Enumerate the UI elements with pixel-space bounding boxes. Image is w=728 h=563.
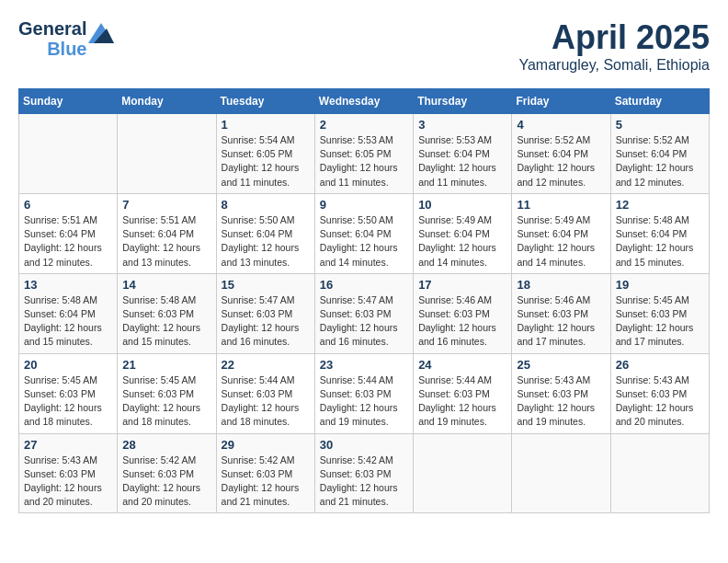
- location-title: Yamarugley, Somali, Ethiopia: [518, 57, 710, 74]
- day-number: 21: [122, 358, 210, 372]
- day-info: Sunrise: 5:43 AM Sunset: 6:03 PM Dayligh…: [616, 373, 704, 430]
- calendar-cell: [118, 114, 216, 194]
- header-day-sunday: Sunday: [19, 89, 118, 114]
- calendar-cell: 6Sunrise: 5:51 AM Sunset: 6:04 PM Daylig…: [19, 193, 118, 273]
- calendar-cell: [610, 433, 709, 513]
- calendar-cell: 1Sunrise: 5:54 AM Sunset: 6:05 PM Daylig…: [216, 114, 314, 194]
- day-number: 6: [24, 198, 112, 212]
- calendar-cell: 23Sunrise: 5:44 AM Sunset: 6:03 PM Dayli…: [314, 353, 413, 433]
- calendar-cell: 24Sunrise: 5:44 AM Sunset: 6:03 PM Dayli…: [414, 353, 512, 433]
- month-title: April 2025: [518, 18, 710, 57]
- calendar-week-1: 1Sunrise: 5:54 AM Sunset: 6:05 PM Daylig…: [19, 114, 710, 194]
- day-number: 20: [24, 358, 112, 372]
- calendar-cell: 17Sunrise: 5:46 AM Sunset: 6:03 PM Dayli…: [414, 273, 512, 353]
- calendar-cell: [19, 114, 118, 194]
- page-header: General Blue April 2025 Yamarugley, Soma…: [18, 18, 710, 74]
- day-number: 10: [418, 198, 506, 212]
- day-info: Sunrise: 5:51 AM Sunset: 6:04 PM Dayligh…: [122, 213, 210, 270]
- calendar-week-2: 6Sunrise: 5:51 AM Sunset: 6:04 PM Daylig…: [19, 193, 710, 273]
- day-info: Sunrise: 5:53 AM Sunset: 6:04 PM Dayligh…: [418, 133, 506, 190]
- day-info: Sunrise: 5:43 AM Sunset: 6:03 PM Dayligh…: [517, 373, 605, 430]
- day-number: 29: [222, 438, 310, 452]
- day-info: Sunrise: 5:42 AM Sunset: 6:03 PM Dayligh…: [222, 454, 310, 510]
- calendar-cell: [512, 433, 610, 513]
- day-number: 19: [616, 278, 704, 292]
- day-info: Sunrise: 5:44 AM Sunset: 6:03 PM Dayligh…: [222, 373, 310, 430]
- day-number: 5: [616, 118, 704, 132]
- day-number: 12: [616, 198, 704, 212]
- day-number: 24: [418, 358, 506, 372]
- day-info: Sunrise: 5:49 AM Sunset: 6:04 PM Dayligh…: [517, 213, 605, 270]
- day-number: 27: [24, 438, 112, 452]
- calendar-cell: 18Sunrise: 5:46 AM Sunset: 6:03 PM Dayli…: [512, 273, 610, 353]
- day-number: 25: [517, 358, 605, 372]
- calendar-cell: 29Sunrise: 5:42 AM Sunset: 6:03 PM Dayli…: [216, 433, 314, 513]
- calendar-cell: 7Sunrise: 5:51 AM Sunset: 6:04 PM Daylig…: [118, 193, 216, 273]
- calendar-week-3: 13Sunrise: 5:48 AM Sunset: 6:04 PM Dayli…: [19, 273, 710, 353]
- calendar-cell: 27Sunrise: 5:43 AM Sunset: 6:03 PM Dayli…: [19, 433, 118, 513]
- day-number: 7: [122, 198, 210, 212]
- day-number: 23: [320, 358, 408, 372]
- day-info: Sunrise: 5:47 AM Sunset: 6:03 PM Dayligh…: [320, 293, 408, 350]
- day-number: 15: [222, 278, 310, 292]
- calendar-cell: 9Sunrise: 5:50 AM Sunset: 6:04 PM Daylig…: [314, 193, 413, 273]
- day-info: Sunrise: 5:50 AM Sunset: 6:04 PM Dayligh…: [320, 213, 408, 270]
- calendar-cell: 28Sunrise: 5:42 AM Sunset: 6:03 PM Dayli…: [118, 433, 216, 513]
- day-number: 30: [320, 438, 408, 452]
- logo-blue: Blue: [47, 39, 86, 59]
- day-number: 4: [517, 118, 605, 132]
- day-info: Sunrise: 5:44 AM Sunset: 6:03 PM Dayligh…: [418, 373, 506, 430]
- day-number: 9: [320, 198, 408, 212]
- day-info: Sunrise: 5:51 AM Sunset: 6:04 PM Dayligh…: [24, 213, 112, 270]
- calendar-body: 1Sunrise: 5:54 AM Sunset: 6:05 PM Daylig…: [19, 114, 710, 513]
- day-info: Sunrise: 5:46 AM Sunset: 6:03 PM Dayligh…: [517, 293, 605, 350]
- day-info: Sunrise: 5:46 AM Sunset: 6:03 PM Dayligh…: [418, 293, 506, 350]
- day-number: 26: [616, 358, 704, 372]
- day-info: Sunrise: 5:48 AM Sunset: 6:03 PM Dayligh…: [122, 293, 210, 350]
- calendar-cell: 2Sunrise: 5:53 AM Sunset: 6:05 PM Daylig…: [314, 114, 413, 194]
- calendar-cell: 8Sunrise: 5:50 AM Sunset: 6:04 PM Daylig…: [216, 193, 314, 273]
- day-number: 2: [320, 118, 408, 132]
- day-info: Sunrise: 5:45 AM Sunset: 6:03 PM Dayligh…: [616, 293, 704, 350]
- calendar-table: SundayMondayTuesdayWednesdayThursdayFrid…: [18, 88, 710, 513]
- day-number: 17: [418, 278, 506, 292]
- logo-icon: [88, 23, 114, 47]
- day-info: Sunrise: 5:49 AM Sunset: 6:04 PM Dayligh…: [418, 213, 506, 270]
- calendar-cell: 25Sunrise: 5:43 AM Sunset: 6:03 PM Dayli…: [512, 353, 610, 433]
- header-day-friday: Friday: [512, 89, 610, 114]
- calendar-cell: 16Sunrise: 5:47 AM Sunset: 6:03 PM Dayli…: [314, 273, 413, 353]
- day-info: Sunrise: 5:52 AM Sunset: 6:04 PM Dayligh…: [616, 133, 704, 190]
- day-info: Sunrise: 5:42 AM Sunset: 6:03 PM Dayligh…: [122, 454, 210, 510]
- header-day-monday: Monday: [118, 89, 216, 114]
- calendar-cell: 14Sunrise: 5:48 AM Sunset: 6:03 PM Dayli…: [118, 273, 216, 353]
- header-row: SundayMondayTuesdayWednesdayThursdayFrid…: [19, 89, 710, 114]
- day-info: Sunrise: 5:43 AM Sunset: 6:03 PM Dayligh…: [24, 454, 112, 510]
- calendar-cell: 11Sunrise: 5:49 AM Sunset: 6:04 PM Dayli…: [512, 193, 610, 273]
- calendar-cell: 15Sunrise: 5:47 AM Sunset: 6:03 PM Dayli…: [216, 273, 314, 353]
- calendar-cell: 19Sunrise: 5:45 AM Sunset: 6:03 PM Dayli…: [610, 273, 709, 353]
- day-number: 8: [222, 198, 310, 212]
- calendar-cell: 3Sunrise: 5:53 AM Sunset: 6:04 PM Daylig…: [414, 114, 512, 194]
- calendar-cell: [414, 433, 512, 513]
- day-info: Sunrise: 5:45 AM Sunset: 6:03 PM Dayligh…: [24, 373, 112, 430]
- day-number: 22: [222, 358, 310, 372]
- day-info: Sunrise: 5:50 AM Sunset: 6:04 PM Dayligh…: [222, 213, 310, 270]
- day-number: 1: [222, 118, 310, 132]
- calendar-week-4: 20Sunrise: 5:45 AM Sunset: 6:03 PM Dayli…: [19, 353, 710, 433]
- calendar-cell: 4Sunrise: 5:52 AM Sunset: 6:04 PM Daylig…: [512, 114, 610, 194]
- day-info: Sunrise: 5:42 AM Sunset: 6:03 PM Dayligh…: [320, 454, 408, 510]
- header-day-saturday: Saturday: [610, 89, 709, 114]
- calendar-cell: 12Sunrise: 5:48 AM Sunset: 6:04 PM Dayli…: [610, 193, 709, 273]
- header-day-thursday: Thursday: [414, 89, 512, 114]
- day-number: 13: [24, 278, 112, 292]
- calendar-cell: 30Sunrise: 5:42 AM Sunset: 6:03 PM Dayli…: [314, 433, 413, 513]
- day-number: 16: [320, 278, 408, 292]
- calendar-cell: 26Sunrise: 5:43 AM Sunset: 6:03 PM Dayli…: [610, 353, 709, 433]
- calendar-cell: 5Sunrise: 5:52 AM Sunset: 6:04 PM Daylig…: [610, 114, 709, 194]
- day-info: Sunrise: 5:47 AM Sunset: 6:03 PM Dayligh…: [222, 293, 310, 350]
- calendar-cell: 22Sunrise: 5:44 AM Sunset: 6:03 PM Dayli…: [216, 353, 314, 433]
- calendar-cell: 21Sunrise: 5:45 AM Sunset: 6:03 PM Dayli…: [118, 353, 216, 433]
- header-day-wednesday: Wednesday: [314, 89, 413, 114]
- day-info: Sunrise: 5:54 AM Sunset: 6:05 PM Dayligh…: [222, 133, 310, 190]
- calendar-cell: 13Sunrise: 5:48 AM Sunset: 6:04 PM Dayli…: [19, 273, 118, 353]
